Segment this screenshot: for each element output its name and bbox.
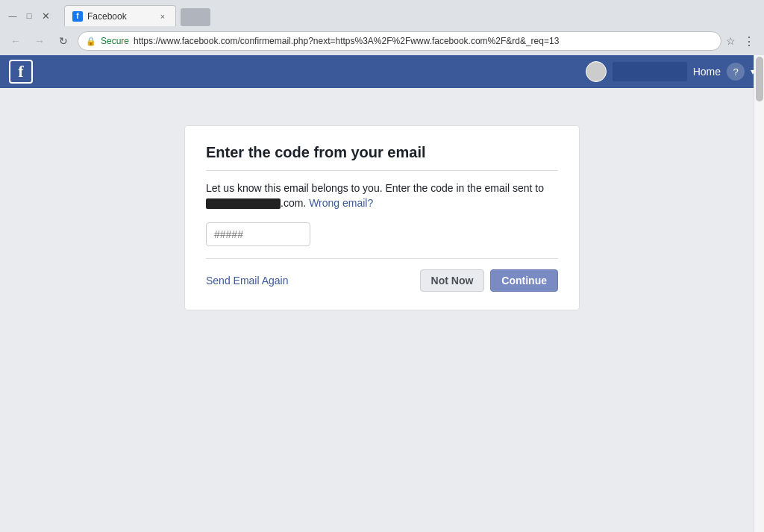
secure-label: Secure [101, 36, 129, 46]
active-tab[interactable]: f Facebook × [64, 5, 176, 26]
divider [206, 258, 558, 259]
scrollbar[interactable] [754, 55, 764, 532]
continue-button[interactable]: Continue [490, 269, 558, 292]
code-input[interactable] [206, 222, 310, 246]
help-button[interactable]: ? [727, 63, 745, 81]
url-display: https://www.facebook.com/confirmemail.ph… [134, 36, 713, 46]
send-email-again-link[interactable]: Send Email Again [206, 275, 289, 287]
minimize-icon[interactable]: — [6, 9, 19, 22]
page-content: Enter the code from your email Let us kn… [0, 88, 764, 532]
browser-menu-icon[interactable]: ⋮ [740, 33, 758, 50]
restore-icon[interactable]: □ [22, 9, 36, 22]
tab-favicon: f [72, 11, 83, 22]
user-name-bar [613, 62, 687, 81]
close-icon[interactable]: ✕ [39, 9, 52, 22]
action-buttons: Not Now Continue [420, 269, 558, 292]
tab-close-button[interactable]: × [157, 11, 168, 22]
facebook-logo: f [9, 60, 33, 84]
email-suffix: .com. [281, 197, 306, 209]
email-redacted [206, 198, 281, 209]
facebook-header: f Home ? ▾ [0, 55, 764, 88]
extra-tab [181, 8, 210, 26]
wrong-email-link[interactable]: Wrong email? [309, 197, 373, 209]
back-button[interactable]: ← [6, 31, 25, 51]
modal-description: Let us know this email belongs to you. E… [206, 181, 558, 210]
forward-button[interactable]: → [30, 31, 49, 51]
modal-title: Enter the code from your email [206, 144, 558, 171]
lock-icon: 🔒 [86, 37, 96, 46]
bookmark-icon[interactable]: ☆ [726, 35, 736, 47]
email-confirmation-modal: Enter the code from your email Let us kn… [184, 125, 580, 310]
user-avatar [586, 61, 607, 82]
home-nav-button[interactable]: Home [693, 66, 721, 78]
title-bar: — □ ✕ f Facebook × [0, 0, 764, 27]
reload-button[interactable]: ↻ [54, 31, 73, 51]
modal-actions: Send Email Again Not Now Continue [206, 269, 558, 292]
not-now-button[interactable]: Not Now [420, 269, 485, 292]
address-bar-row: ← → ↻ 🔒 Secure https://www.facebook.com/… [0, 27, 764, 55]
scrollbar-thumb[interactable] [756, 57, 763, 101]
address-bar[interactable]: 🔒 Secure https://www.facebook.com/confir… [78, 31, 721, 51]
tab-title: Facebook [87, 11, 153, 22]
description-text: Let us know this email belongs to you. E… [206, 182, 544, 194]
